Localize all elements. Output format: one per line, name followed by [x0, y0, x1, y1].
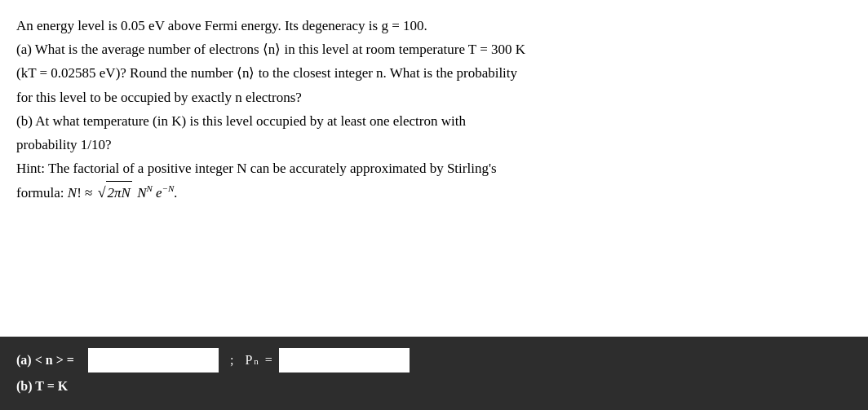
- formula-prefix: formula: N! ≈: [16, 182, 96, 204]
- answer-row-1: (a) < n > = ; Pn =: [16, 348, 852, 373]
- answer-input-pn[interactable]: [279, 348, 410, 373]
- answer-row-2: (b) T = K: [16, 379, 852, 394]
- formula-n-part: NN e−N.: [134, 182, 178, 204]
- line-7: Hint: The factorial of a positive intege…: [16, 157, 852, 179]
- line-4: for this level to be occupied by exactly…: [16, 86, 852, 108]
- answer-area: (a) < n > = ; Pn = (b) T = K: [0, 337, 868, 410]
- line-2: (a) What is the average number of electr…: [16, 38, 852, 60]
- sqrt-expression: √ 2πN: [98, 181, 132, 204]
- problem-content: An energy level is 0.05 eV above Fermi e…: [0, 0, 868, 337]
- line-5: (b) At what temperature (in K) is this l…: [16, 110, 852, 132]
- line-8: formula: N! ≈ √ 2πN NN e−N.: [16, 181, 852, 204]
- answer-separator: ;: [230, 353, 233, 368]
- line-3: (kT = 0.02585 eV)? Round the number ⟨n⟩ …: [16, 62, 852, 84]
- answer-input-n[interactable]: [88, 348, 219, 373]
- pn-label: Pn =: [245, 353, 272, 368]
- answer-label-b: (b) T = K: [16, 379, 68, 394]
- answer-label-a: (a) < n > =: [16, 353, 82, 368]
- line-1: An energy level is 0.05 eV above Fermi e…: [16, 15, 852, 37]
- line-6: probability 1/10?: [16, 134, 852, 156]
